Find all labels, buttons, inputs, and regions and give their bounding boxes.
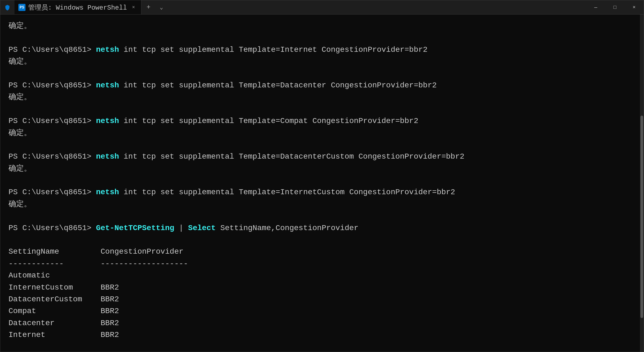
output-line-1: 确定。 <box>8 20 636 32</box>
cmd-line-4: PS C:\Users\q8651> netsh int tcp set sup… <box>8 151 636 162</box>
cmd-args-3: int tcp set supplemental Template=Compat… <box>119 117 418 125</box>
cmd-get-1: Get-NetTCPSetting <box>96 224 174 232</box>
cmd-netsh-3: netsh <box>96 117 119 125</box>
maximize-button[interactable]: □ <box>605 0 625 14</box>
terminal-content: 确定。 PS C:\Users\q8651> netsh int tcp set… <box>8 20 636 352</box>
table-row-internet: Internet BBR2 <box>8 329 636 341</box>
prompt-3: PS C:\Users\q8651> <box>8 117 96 125</box>
terminal-body[interactable]: 确定。 PS C:\Users\q8651> netsh int tcp set… <box>0 15 644 352</box>
cmd-line-2: PS C:\Users\q8651> netsh int tcp set sup… <box>8 79 636 91</box>
scrollbar-thumb[interactable] <box>640 116 643 318</box>
cmd-args-6: SettingName,CongestionProvider <box>216 224 358 232</box>
table-row-automatic: Automatic <box>8 270 636 281</box>
output-line-6: 确定。 <box>8 198 636 210</box>
cmd-select-1: Select <box>188 224 216 232</box>
tab-powershell[interactable]: PS 管理员: Windows PowerShell × <box>15 0 141 14</box>
tab-dropdown-button[interactable]: ⌄ <box>156 0 167 14</box>
output-line-5: 确定。 <box>8 163 636 174</box>
shield-icon-area <box>0 4 15 10</box>
table-row-internetcustom: InternetCustom BBR2 <box>8 282 636 293</box>
prompt-6: PS C:\Users\q8651> <box>8 224 96 232</box>
close-button[interactable]: × <box>625 0 644 14</box>
blank-6 <box>8 210 636 222</box>
cmd-args-2: int tcp set supplemental Template=Datace… <box>119 81 437 90</box>
cmd-line-5: PS C:\Users\q8651> netsh int tcp set sup… <box>8 186 636 198</box>
tab-label: 管理员: Windows PowerShell <box>28 3 127 12</box>
shield-icon <box>4 4 10 10</box>
prompt-1: PS C:\Users\q8651> <box>8 45 96 54</box>
scrollbar[interactable] <box>640 15 644 352</box>
cmd-args-4: int tcp set supplemental Template=Datace… <box>119 152 464 161</box>
blank-1 <box>8 32 636 44</box>
minimize-button[interactable]: — <box>586 0 605 14</box>
table-row-datacentercustom: DatacenterCustom BBR2 <box>8 293 636 305</box>
cmd-netsh-1: netsh <box>96 45 119 54</box>
prompt-2: PS C:\Users\q8651> <box>8 81 96 90</box>
cmd-args-5: int tcp set supplemental Template=Intern… <box>119 188 455 196</box>
cmd-netsh-5: netsh <box>96 188 119 196</box>
cmd-netsh-4: netsh <box>96 152 119 161</box>
powershell-icon: PS <box>18 4 25 11</box>
window: PS 管理员: Windows PowerShell × + ⌄ — □ × 确… <box>0 0 644 352</box>
blank-2 <box>8 68 636 79</box>
prompt-5: PS C:\Users\q8651> <box>8 188 96 196</box>
cmd-netsh-2: netsh <box>96 81 119 90</box>
titlebar: PS 管理员: Windows PowerShell × + ⌄ — □ × <box>0 0 644 15</box>
blank-8 <box>8 341 636 352</box>
pipe-1: | <box>174 224 188 232</box>
window-controls: — □ × <box>586 0 644 14</box>
table-sep-row: ------------ ------------------- <box>8 258 636 270</box>
cmd-line-3: PS C:\Users\q8651> netsh int tcp set sup… <box>8 115 636 127</box>
output-line-4: 确定。 <box>8 127 636 139</box>
blank-3 <box>8 103 636 115</box>
tab-area: PS 管理员: Windows PowerShell × + ⌄ <box>15 0 300 14</box>
blank-7 <box>8 234 636 246</box>
table-row-compat: Compat BBR2 <box>8 305 636 317</box>
blank-4 <box>8 139 636 151</box>
table-row-datacenter: Datacenter BBR2 <box>8 317 636 329</box>
prompt-4: PS C:\Users\q8651> <box>8 152 96 161</box>
cmd-line-6: PS C:\Users\q8651> Get-NetTCPSetting | S… <box>8 222 636 234</box>
table-header-row: SettingName CongestionProvider <box>8 246 636 257</box>
blank-5 <box>8 174 636 186</box>
new-tab-button[interactable]: + <box>141 0 156 14</box>
output-line-3: 确定。 <box>8 91 636 103</box>
tab-close-button[interactable]: × <box>130 4 137 11</box>
cmd-args-1: int tcp set supplemental Template=Intern… <box>119 45 428 54</box>
output-line-2: 确定。 <box>8 56 636 67</box>
cmd-line-1: PS C:\Users\q8651> netsh int tcp set sup… <box>8 44 636 56</box>
